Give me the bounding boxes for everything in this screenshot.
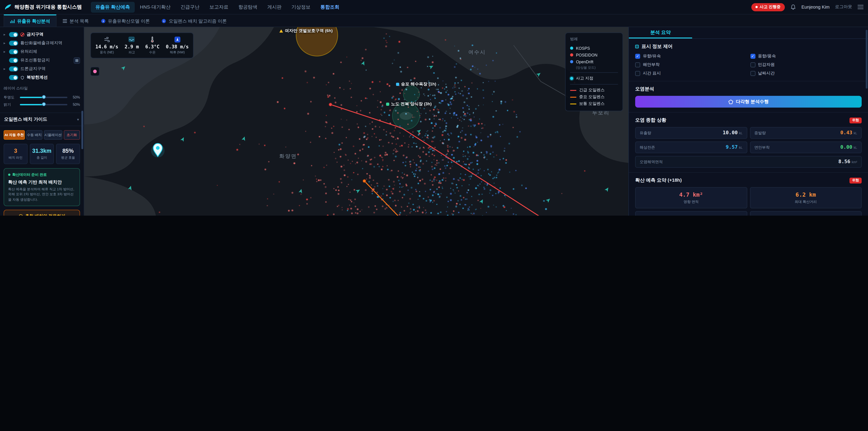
water-temp: 6.3°C 수온	[145, 36, 159, 55]
checkbox-sensitive[interactable]: ✓민감자원	[750, 62, 862, 68]
tab-analysis-summary[interactable]: 분석 요약	[629, 27, 692, 38]
expand-icon[interactable]: ▸	[4, 41, 7, 45]
manual-place-button[interactable]: 수동 배치	[26, 130, 42, 140]
nav-item-aerial[interactable]: 항공탐색	[234, 2, 262, 12]
shield-icon	[18, 214, 23, 216]
checkbox-current[interactable]: ✓유향/유속	[635, 53, 747, 59]
map-canvas[interactable]: 여수시 화양면 두모리 돌산읍 여자만 갯벌보호구역 (6h) 송포 해수욕장 …	[84, 27, 628, 216]
layer-toggle[interactable]	[9, 41, 18, 45]
boom-stats: 3 배치 라인 31.3km 총 길이 85% 평균 효율	[4, 144, 80, 164]
ready-title: 확산 예측 기반 최적 배치안	[8, 180, 75, 185]
boom-guide-header[interactable]: 오일펜스 배치 가이드 ▼	[0, 113, 84, 126]
diffusion-ready-card: 확산데이터 준비 완료 확산 예측 기반 최적 배치안 확산 예측을 분석하여 …	[4, 168, 80, 206]
user-name[interactable]: Eunjeong Kim	[801, 4, 830, 9]
site-label: 여자만 갯벌보호구역 (6h)	[285, 28, 333, 34]
slider-knob[interactable]	[41, 95, 46, 99]
sub-tab-bar: 유출유 확산분석 분석 목록 유출유확산모델 이론 오일펜스 배치 알고리즘 이…	[0, 14, 868, 27]
tab-model-theory[interactable]: 유출유확산모델 이론	[95, 14, 156, 27]
tab-diffusion-analysis[interactable]: 유출유 확산분석	[4, 14, 57, 27]
stat-total-length: 31.3km 총 길이	[30, 144, 54, 164]
ready-status: 확산데이터 준비 완료	[8, 172, 75, 177]
stat-unit: kL	[739, 131, 743, 135]
layer-row-nll[interactable]: 북방한계선	[4, 73, 80, 82]
layer-row-sox-zone[interactable]: ▸ 황산화물배출규제지역	[4, 39, 80, 48]
site-label-abalone-farm[interactable]: 노도 전복 양식장 (3h)	[386, 101, 432, 107]
layer-row-drone-ban[interactable]: ▸ 드론금지구역	[4, 65, 80, 73]
checkbox-label: 풍향/풍속	[758, 53, 776, 59]
fence-line-major[interactable]	[364, 181, 551, 216]
reset-button[interactable]: 초기화	[64, 130, 80, 140]
checkbox-icon[interactable]: ✓	[635, 71, 640, 76]
checkbox-icon[interactable]: ✓	[750, 62, 755, 67]
analysis-panel: 분석 요약 표시 정보 제어 ✓유향/유속 ✓풍향/풍속 ✓해안부착 ✓민감자원…	[628, 27, 868, 216]
app-root: 해양환경 위기대응 통합시스템 유출유 확산예측 HNS·대기확산 긴급구난 보…	[0, 0, 868, 216]
ensemble-note: (앙상블 모드)	[576, 65, 618, 70]
layer-toggle[interactable]	[9, 75, 18, 80]
ai-recommend-button[interactable]: AI 자동 추천	[4, 130, 25, 140]
site-label-beach[interactable]: 송포 해수욕장 (1h)	[396, 81, 436, 87]
checkbox-icon[interactable]: ✓	[635, 62, 640, 67]
layer-toggle[interactable]	[9, 49, 18, 54]
simulation-button[interactable]: 시뮬레이션	[44, 130, 62, 140]
tab-boom-theory[interactable]: 오일펜스 배치 알고리즘 이론	[156, 14, 233, 27]
expand-icon[interactable]: ▸	[4, 50, 7, 54]
sidebar-scrollbar[interactable]	[81, 111, 83, 149]
layer-toggle[interactable]	[9, 32, 18, 37]
apply-recommendation-button[interactable]: 추천 배치안 적용하기	[4, 210, 80, 216]
layer-label: 황산화물배출규제지역	[20, 40, 62, 46]
checkbox-shoreline[interactable]: ✓해안부착	[635, 62, 747, 68]
divider	[570, 84, 618, 85]
expand-icon[interactable]: ▸	[4, 33, 7, 37]
checkbox-datetime[interactable]: ✓날짜시간	[750, 70, 862, 76]
weather-label: 수온	[145, 50, 159, 55]
stat-line-count: 3 배치 라인	[4, 144, 28, 164]
bell-icon[interactable]	[790, 4, 796, 10]
fence-line-critical[interactable]	[331, 104, 549, 216]
checkbox-icon[interactable]: ✓	[750, 71, 755, 76]
incident-status-badge[interactable]: 사고 진행중	[752, 3, 785, 11]
section-title: 확산 예측 요약 (+18h)	[635, 177, 682, 184]
panel-scrollbar[interactable]	[866, 30, 868, 89]
stat-label: 평균 효율	[57, 155, 80, 160]
incident-pin[interactable]	[151, 144, 164, 157]
layer-label: 드론금지구역	[20, 66, 46, 72]
nav-item-reports[interactable]: 보고자료	[205, 2, 233, 12]
slider-knob[interactable]	[41, 102, 46, 106]
nav-item-board[interactable]: 게시판	[263, 2, 286, 12]
layer-row-dispersant[interactable]: ▸ 유처리제	[4, 48, 80, 56]
nav-item-hns[interactable]: HNS·대기확산	[135, 2, 175, 12]
tab-analysis-list[interactable]: 분석 목록	[57, 14, 95, 27]
nav-item-spill[interactable]: 유출유 확산예측	[91, 2, 134, 12]
legend-model: POSEIDON	[570, 52, 618, 58]
checkbox-wind[interactable]: ✓풍향/풍속	[750, 53, 862, 59]
slider-label: 밝기	[4, 102, 17, 107]
opacity-slider[interactable]	[20, 96, 67, 98]
nav-item-rescue[interactable]: 긴급구난	[176, 2, 204, 12]
layer-row-tanker-ban[interactable]: 유조선통항금지 ▦	[4, 56, 80, 65]
forecast-direction: NE 42°주 확산 방향	[635, 211, 747, 216]
site-label-protected-area[interactable]: 여자만 갯벌보호구역 (6h)	[279, 28, 333, 34]
fence-line-icon	[570, 90, 577, 91]
checkbox-time[interactable]: ✓시간 표시	[635, 70, 747, 76]
checkbox-icon[interactable]: ✓	[750, 54, 755, 59]
checkbox-icon[interactable]: ✓	[635, 54, 640, 59]
nav-item-weather[interactable]: 기상정보	[287, 2, 315, 12]
shield-icon	[20, 75, 24, 80]
tab-label: 분석 목록	[70, 18, 89, 24]
stat-unit: kL	[854, 146, 857, 150]
brightness-slider-row: 밝기 50%	[4, 101, 80, 108]
map-style-button[interactable]	[90, 67, 99, 76]
logout-button[interactable]: 로그아웃	[835, 4, 852, 10]
polygon-analysis-button[interactable]: 다각형 분석수행	[635, 96, 862, 107]
zone-style-button[interactable]: ▦	[74, 57, 80, 63]
expand-icon[interactable]: ▸	[4, 67, 7, 71]
brightness-slider[interactable]	[20, 104, 67, 105]
menu-icon[interactable]	[858, 5, 864, 9]
forecast-value: 6.2 km	[752, 191, 860, 198]
layer-row-restricted-zone[interactable]: ▸ 금지구역	[4, 30, 80, 39]
layer-toggle[interactable]	[9, 58, 18, 63]
site-label: 노도 전복 양식장 (3h)	[391, 101, 432, 107]
layer-toggle[interactable]	[9, 66, 18, 71]
app-logo[interactable]: 해양환경 위기대응 통합시스템	[4, 3, 82, 11]
nav-item-integrated[interactable]: 통합조회	[316, 2, 344, 12]
